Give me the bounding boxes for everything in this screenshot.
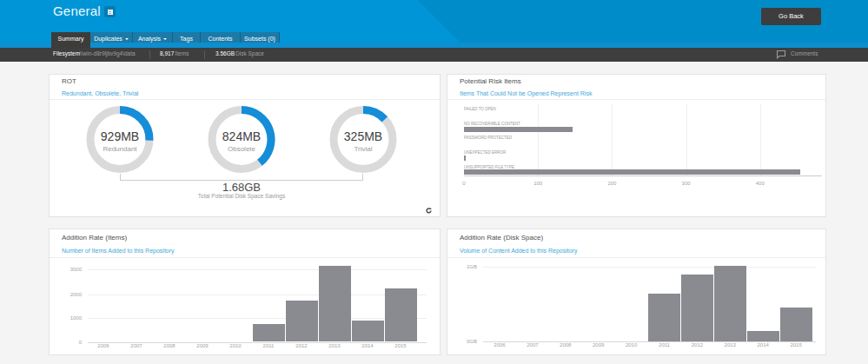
svg-text:325MB: 325MB bbox=[344, 129, 382, 143]
svg-text:Obsolete: Obsolete bbox=[228, 145, 256, 153]
svg-text:929MB: 929MB bbox=[101, 129, 139, 143]
svg-text:Redundant: Redundant bbox=[103, 145, 137, 153]
svg-text:Trivial: Trivial bbox=[354, 145, 372, 153]
svg-text:824MB: 824MB bbox=[222, 129, 261, 143]
